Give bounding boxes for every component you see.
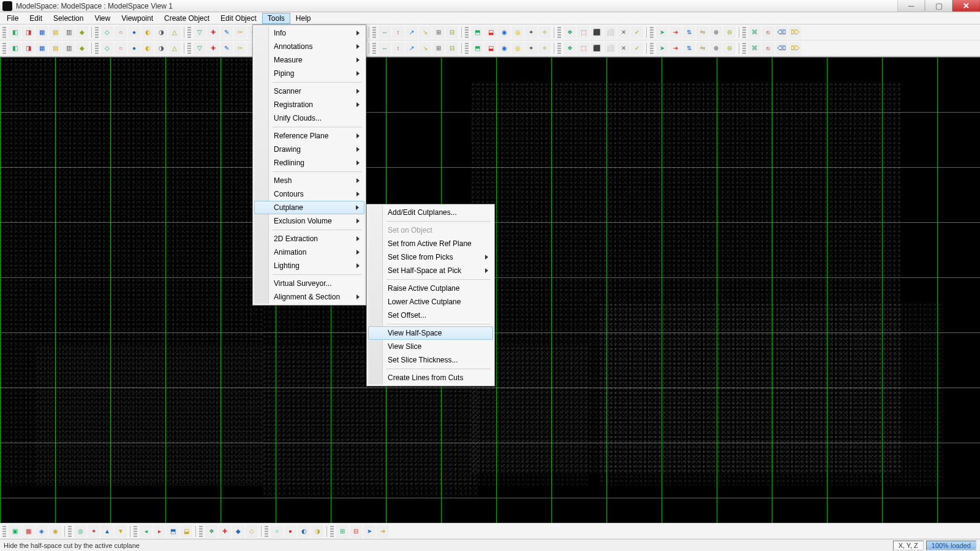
bottom-toolbar-button[interactable]: ● [284, 525, 296, 538]
toolbar-button[interactable]: ✕ [617, 26, 630, 39]
toolbar-button[interactable]: ○ [115, 42, 127, 54]
tools-menu-dropdown[interactable]: InfoAnnotationsMeasurePipingScannerRegis… [252, 24, 366, 305]
menu-edit[interactable]: Edit [24, 13, 48, 24]
bottom-toolbar-button[interactable]: ⬓ [180, 525, 192, 538]
tools-item-animation[interactable]: Animation [254, 246, 364, 259]
toolbar-button[interactable]: ◆ [76, 26, 88, 39]
toolbar-button[interactable]: ⬓ [484, 26, 497, 39]
toolbar-button[interactable]: ✎ [221, 26, 233, 39]
tools-item-measure[interactable]: Measure [254, 53, 364, 67]
bottom-toolbar-button[interactable]: ⬒ [167, 525, 179, 538]
tools-item-drawing[interactable]: Drawing [254, 143, 364, 156]
cutplane-item-set-offset[interactable]: Set Offset... [368, 309, 493, 322]
toolbar-button[interactable]: ⊟ [446, 26, 458, 39]
toolbar-button[interactable]: ✚ [207, 26, 219, 39]
toolbar-button[interactable]: ⊞ [432, 42, 445, 54]
toolbar-button[interactable]: ▤ [49, 26, 61, 39]
bottom-toolbar-button[interactable]: ◑ [311, 525, 323, 538]
toolbar-button[interactable]: ↘ [419, 26, 431, 39]
menu-selection[interactable]: Selection [48, 13, 89, 24]
toolbar-button[interactable]: ⬜ [604, 26, 616, 39]
bottom-toolbar-button[interactable]: ▼ [115, 525, 127, 538]
bottom-toolbar-button[interactable]: ⊞ [336, 525, 349, 538]
bottom-toolbar-button[interactable]: ◈ [36, 525, 48, 538]
close-button[interactable]: ✕ [952, 0, 980, 12]
menu-edit-object[interactable]: Edit Object [215, 13, 262, 24]
toolbar-button[interactable]: ↕ [392, 42, 404, 54]
toolbar-button[interactable]: ⌦ [789, 42, 801, 54]
menu-file[interactable]: File [1, 13, 24, 24]
toolbar-button[interactable]: ◨ [22, 26, 34, 39]
bottom-toolbar-button[interactable]: ◎ [74, 525, 86, 538]
maximize-button[interactable]: ▢ [925, 0, 952, 12]
toolbar-button[interactable]: ⊞ [432, 26, 445, 39]
bottom-toolbar-button[interactable]: ◉ [49, 525, 61, 538]
cutplane-item-set-slice-thickness[interactable]: Set Slice Thickness... [368, 353, 493, 367]
cutplane-item-set-from-active-ref-plane[interactable]: Set from Active Ref Plane [368, 237, 493, 250]
tools-item-redlining[interactable]: Redlining [254, 156, 364, 170]
toolbar-button[interactable]: ↗ [405, 42, 418, 54]
toolbar-button[interactable]: ➤ [656, 42, 668, 54]
toolbar-button[interactable]: ⌘ [748, 42, 761, 54]
toolbar-button[interactable]: ⇅ [683, 42, 695, 54]
menu-create-object[interactable]: Create Object [159, 13, 215, 24]
toolbar-button[interactable]: ✧ [538, 26, 551, 39]
tools-item-exclusion-volume[interactable]: Exclusion Volume [254, 214, 364, 228]
toolbar-button[interactable]: ⎋ [762, 26, 774, 39]
tools-item-virtual-surveyor[interactable]: Virtual Surveyor... [254, 277, 364, 290]
bottom-toolbar-button[interactable]: ▣ [9, 525, 21, 538]
toolbar-button[interactable]: ⊕ [710, 42, 722, 54]
cutplane-item-add-edit-cutplanes[interactable]: Add/Edit Cutplanes... [368, 206, 493, 219]
toolbar-button[interactable]: ● [128, 26, 140, 39]
toolbar-button[interactable]: ◨ [22, 42, 34, 54]
cutplane-item-lower-active-cutplane[interactable]: Lower Active Cutplane [368, 295, 493, 309]
toolbar-button[interactable]: ◉ [498, 26, 510, 39]
tools-item-reference-plane[interactable]: Reference Plane [254, 129, 364, 143]
bottom-toolbar-button[interactable]: ○ [271, 525, 283, 538]
toolbar-button[interactable]: ⊟ [446, 42, 458, 54]
tools-item-alignment-section[interactable]: Alignment & Section [254, 290, 364, 304]
bottom-toolbar-button[interactable]: ⊟ [350, 525, 362, 538]
toolbar-button[interactable]: ⌫ [775, 42, 788, 54]
toolbar-button[interactable]: ⊕ [710, 26, 722, 39]
tools-item-annotations[interactable]: Annotations [254, 40, 364, 53]
toolbar-button[interactable]: ▥ [62, 26, 75, 39]
toolbar-button[interactable]: ➤ [656, 26, 668, 39]
toolbar-button[interactable]: ⬓ [484, 42, 497, 54]
toolbar-button[interactable]: ▽ [194, 26, 206, 39]
toolbar-button[interactable]: ◇ [101, 42, 113, 54]
tools-item-cutplane[interactable]: Cutplane [254, 201, 364, 214]
tools-item-scanner[interactable]: Scanner [254, 84, 364, 98]
tools-item-registration[interactable]: Registration [254, 98, 364, 111]
toolbar-button[interactable]: ⇅ [683, 26, 695, 39]
toolbar-button[interactable]: ↔ [379, 26, 391, 39]
toolbar-button[interactable]: ⬛ [590, 42, 603, 54]
toolbar-button[interactable]: ▽ [194, 42, 206, 54]
toolbar-button[interactable]: ✧ [538, 42, 551, 54]
toolbar-button[interactable]: ◧ [9, 42, 21, 54]
toolbar-button[interactable]: ⌫ [775, 26, 788, 39]
tools-item-piping[interactable]: Piping [254, 67, 364, 80]
toolbar-button[interactable]: ◑ [155, 42, 167, 54]
bottom-toolbar-button[interactable]: ▦ [22, 525, 34, 538]
toolbar-button[interactable]: ✓ [631, 26, 643, 39]
menu-view[interactable]: View [89, 13, 116, 24]
toolbar-button[interactable]: ✂ [234, 42, 246, 54]
toolbar-button[interactable]: ➔ [669, 42, 682, 54]
toolbar-button[interactable]: ✎ [221, 42, 233, 54]
toolbar-button[interactable]: ↘ [419, 42, 431, 54]
toolbar-button[interactable]: ◐ [141, 26, 154, 39]
cutplane-item-create-lines-from-cuts[interactable]: Create Lines from Cuts [368, 371, 493, 384]
toolbar-button[interactable]: ⊖ [723, 26, 736, 39]
cutplane-item-set-half-space-at-pick[interactable]: Set Half-Space at Pick [368, 264, 493, 277]
toolbar-button[interactable]: ◇ [101, 26, 113, 39]
toolbar-button[interactable]: ○ [115, 26, 127, 39]
toolbar-button[interactable]: ▤ [49, 42, 61, 54]
toolbar-button[interactable]: △ [168, 42, 181, 54]
toolbar-button[interactable]: ⬛ [590, 26, 603, 39]
bottom-toolbar-button[interactable]: ❖ [205, 525, 217, 538]
bottom-toolbar-button[interactable]: ▸ [153, 525, 165, 538]
bottom-toolbar-button[interactable]: ◆ [232, 525, 244, 538]
cutplane-item-raise-active-cutplane[interactable]: Raise Active Cutplane [368, 282, 493, 295]
menu-tools[interactable]: Tools [262, 13, 290, 24]
